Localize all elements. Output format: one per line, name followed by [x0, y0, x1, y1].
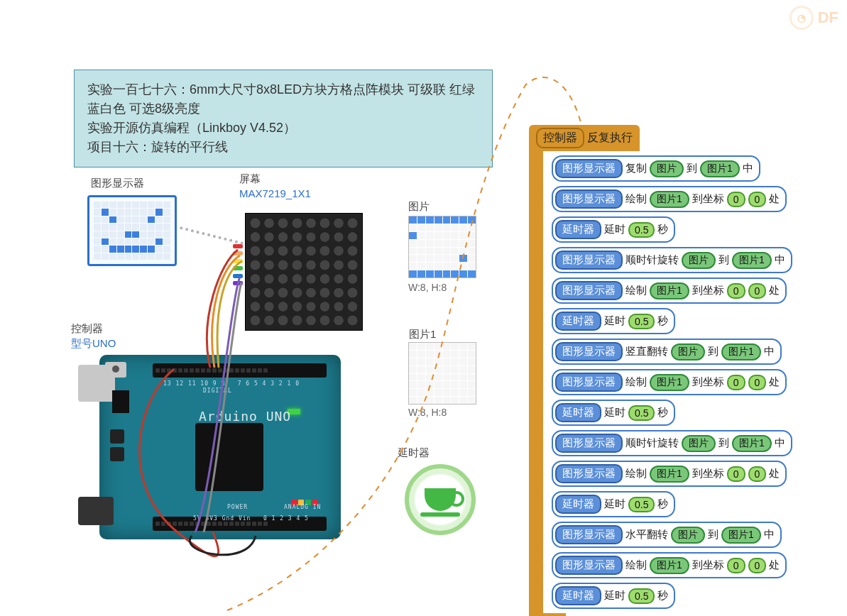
label-timer: 延时器 — [398, 445, 430, 460]
led-header-pins — [233, 244, 246, 285]
label-screen-model: MAX7219_1X1 — [239, 186, 311, 201]
arg-pic1: 图片1 — [732, 252, 772, 269]
board-name: Arduino UNO — [199, 409, 291, 424]
ic-1 — [110, 429, 124, 444]
arg-pic: 图片 — [671, 343, 705, 361]
arg-x: 0 — [727, 283, 745, 299]
obj-timer: 延时器 — [555, 312, 601, 331]
arg-y: 0 — [748, 558, 767, 573]
section-power: POWER — [227, 504, 248, 510]
arg-pic1: 图片1 — [650, 466, 689, 483]
label-graphic-display: 图形显示器 — [91, 175, 144, 190]
ic-2 — [110, 447, 124, 461]
info-line-2: 实验开源仿真编程（Linkboy V4.52） — [87, 119, 479, 138]
coffee-cup-icon — [425, 488, 456, 511]
block-statement[interactable]: 图形显示器 绘制 图片1 到坐标 00 处 — [552, 277, 787, 304]
obj-display: 图形显示器 — [555, 159, 623, 178]
arg-pic1: 图片1 — [650, 374, 689, 391]
obj-display: 图形显示器 — [555, 525, 623, 544]
block-footer[interactable]: 结束 — [529, 613, 566, 616]
info-line-1: 实验一百七十六：6mm大尺寸8x8LED方块方格点阵模块 可级联 红绿蓝白色 可… — [87, 80, 479, 119]
obj-timer: 延时器 — [555, 403, 601, 422]
label-controller-model: 型号UNO — [71, 336, 116, 351]
arg-x: 0 — [727, 466, 745, 482]
label-pic1: 图片1 — [409, 326, 436, 341]
led-matrix-module[interactable] — [245, 213, 363, 331]
pin-labels-digital: 13 12 11 10 9 8 7 6 5 4 3 2 1 0 — [163, 380, 300, 387]
arduino-uno-board[interactable]: Arduino UNO 13 12 11 10 9 8 7 6 5 4 3 2 … — [78, 355, 341, 539]
arg-seconds: 0.5 — [628, 588, 655, 604]
watermark: ◔ DF — [789, 6, 838, 30]
experiment-info-box: 实验一百七十六：6mm大尺寸8x8LED方块方格点阵模块 可级联 红绿蓝白色 可… — [74, 70, 493, 167]
label-controller-text: 控制器 — [71, 321, 116, 336]
label-graphic-display-text: 图形显示器 — [91, 175, 144, 190]
sprite-pic-caption: W:8, H:8 — [408, 282, 447, 293]
info-line-3: 项目十六：旋转的平行线 — [87, 138, 479, 157]
pin-labels-power: 5V 3V3 Gnd Vin 0 1 2 3 4 5 — [193, 515, 309, 522]
block-header[interactable]: 控制器 反复执行 — [529, 125, 640, 151]
block-statement[interactable]: 延时器 延时 0.5 秒 — [552, 308, 675, 334]
sprite-pic[interactable] — [408, 216, 476, 278]
small-chip — [112, 390, 129, 413]
header-action: 反复执行 — [587, 131, 633, 145]
mcu-chip — [195, 423, 263, 491]
arg-pic1: 图片1 — [650, 191, 689, 208]
digital-header — [153, 363, 327, 378]
obj-display: 图形显示器 — [555, 281, 623, 300]
arg-x: 0 — [727, 192, 745, 207]
arg-pic1: 图片1 — [650, 282, 689, 299]
arg-y: 0 — [748, 283, 767, 299]
sprite-pic1[interactable] — [408, 342, 476, 405]
watermark-icon: ◔ — [789, 6, 814, 30]
obj-display: 图形显示器 — [555, 342, 623, 361]
block-program[interactable]: 控制器 反复执行 图形显示器 复制 图片 到 图片1 中图形显示器 绘制 图片1… — [529, 125, 792, 616]
power-jack — [78, 497, 114, 525]
obj-timer: 延时器 — [555, 220, 601, 239]
label-screen-text: 屏幕 — [239, 171, 311, 186]
arg-pic1: 图片1 — [650, 557, 689, 574]
block-statement[interactable]: 图形显示器 绘制 图片1 到坐标 00 处 — [552, 369, 787, 395]
label-controller: 控制器 型号UNO — [71, 321, 116, 351]
obj-timer: 延时器 — [555, 586, 601, 605]
arg-pic1: 图片1 — [732, 435, 772, 452]
arg-y: 0 — [748, 466, 767, 482]
block-statement[interactable]: 图形显示器 顺时针旋转 图片 到 图片1 中 — [552, 247, 792, 273]
arg-pic: 图片 — [650, 160, 684, 177]
arg-seconds: 0.5 — [628, 497, 655, 512]
section-digital: DIGITAL — [203, 387, 232, 394]
arg-pic1: 图片1 — [700, 160, 740, 177]
header-object: 控制器 — [536, 128, 584, 148]
block-statement[interactable]: 图形显示器 顺时针旋转 图片 到 图片1 中 — [552, 430, 792, 456]
block-statement[interactable]: 图形显示器 竖直翻转 图片 到 图片1 中 — [552, 339, 782, 365]
arg-y: 0 — [748, 375, 767, 390]
arg-x: 0 — [727, 375, 745, 390]
block-statement[interactable]: 图形显示器 绘制 图片1 到坐标 00 处 — [552, 552, 787, 578]
block-statement[interactable]: 图形显示器 绘制 图片1 到坐标 00 处 — [552, 461, 787, 487]
obj-display: 图形显示器 — [555, 373, 623, 392]
label-screen: 屏幕 MAX7219_1X1 — [239, 171, 311, 201]
arg-seconds: 0.5 — [628, 222, 655, 238]
block-statement[interactable]: 延时器 延时 0.5 秒 — [552, 583, 675, 609]
block-statement[interactable]: 延时器 延时 0.5 秒 — [552, 491, 675, 517]
section-analog: ANALOG IN — [284, 504, 321, 510]
block-body: 图形显示器 复制 图片 到 图片1 中图形显示器 绘制 图片1 到坐标 00 处… — [529, 151, 792, 613]
block-statement[interactable]: 延时器 延时 0.5 秒 — [552, 400, 675, 426]
block-statement[interactable]: 图形显示器 绘制 图片1 到坐标 00 处 — [552, 186, 787, 212]
arg-pic: 图片 — [671, 527, 705, 544]
arg-pic1: 图片1 — [721, 343, 761, 361]
arg-pic: 图片 — [682, 252, 716, 269]
block-statement[interactable]: 图形显示器 复制 图片 到 图片1 中 — [552, 155, 760, 182]
watermark-text: DF — [818, 9, 838, 27]
block-statement[interactable]: 图形显示器 水平翻转 图片 到 图片1 中 — [552, 522, 782, 548]
sprite-pic1-caption: W:8, H:8 — [408, 407, 447, 418]
label-pic: 图片 — [408, 199, 430, 214]
timer-icon[interactable] — [405, 464, 476, 535]
arg-seconds: 0.5 — [628, 314, 655, 329]
arg-y: 0 — [748, 192, 767, 207]
reset-button[interactable] — [105, 362, 126, 378]
obj-display: 图形显示器 — [555, 251, 623, 270]
graphic-display-icon[interactable] — [87, 195, 177, 266]
block-statement[interactable]: 延时器 延时 0.5 秒 — [552, 216, 675, 243]
obj-display: 图形显示器 — [555, 434, 623, 453]
dotted-link — [180, 226, 244, 245]
